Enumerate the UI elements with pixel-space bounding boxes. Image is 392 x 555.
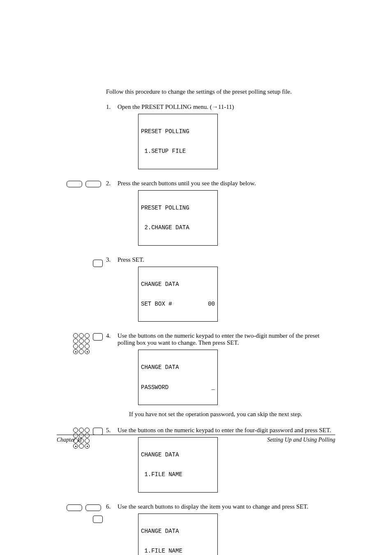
- step-number: 2.: [106, 180, 118, 187]
- lcd-line: CHANGE DATA: [141, 364, 215, 371]
- set-button-icon: [93, 516, 103, 523]
- lcd-line: PRESET POLLING: [141, 128, 215, 135]
- step-3: 3. Press SET. CHANGE DATA SET BOX # 00: [57, 256, 335, 328]
- step-4: 4. Use the buttons on the numeric keypad…: [57, 332, 335, 422]
- step-1: 1. Open the PRESET POLLING menu. (→11-11…: [57, 104, 335, 175]
- lcd-display: CHANGE DATA 1.FILE NAME: [138, 437, 218, 493]
- lcd-display: PRESET POLLING 2.CHANGE DATA: [138, 190, 218, 246]
- lcd-line-left: PASSWORD: [141, 384, 168, 391]
- footer-left: Chapter 11: [57, 437, 82, 443]
- step-number: 4.: [106, 332, 118, 339]
- lcd-line: PRESET POLLING: [141, 205, 215, 211]
- intro-text: Follow this procedure to change the sett…: [106, 88, 335, 95]
- step-2: 2. Press the search buttons until you se…: [57, 180, 335, 251]
- step-number: 5.: [106, 427, 118, 434]
- step-text: Press the search buttons until you see t…: [118, 180, 256, 187]
- lcd-line: 2.CHANGE DATA: [141, 224, 215, 231]
- lcd-line: 1.SETUP FILE: [141, 148, 215, 154]
- step-number: 1.: [106, 104, 118, 111]
- step-text: Open the PRESET POLLING menu. (→11-11): [118, 104, 234, 110]
- set-button-icon: [93, 333, 103, 341]
- lcd-line: 1.FILE NAME: [141, 471, 215, 478]
- step-text: Press SET.: [118, 256, 144, 263]
- search-button-icon: [85, 181, 101, 187]
- numeric-keypad-icon: [73, 333, 90, 355]
- lcd-display: CHANGE DATA PASSWORD _: [138, 350, 218, 405]
- search-button-icon: [67, 504, 82, 511]
- page-footer: Chapter 11 Setting Up and Using Polling: [57, 435, 335, 443]
- lcd-line: CHANGE DATA: [141, 451, 215, 458]
- lcd-display: CHANGE DATA 1.FILE NAME: [138, 514, 218, 555]
- set-button-icon: [93, 260, 103, 267]
- search-button-icon: [67, 181, 82, 187]
- lcd-display: PRESET POLLING 1.SETUP FILE: [138, 114, 218, 169]
- step-text: Use the buttons on the numeric keypad to…: [118, 332, 320, 346]
- lcd-line: CHANGE DATA: [141, 528, 215, 534]
- lcd-line-right: 00: [208, 301, 215, 307]
- search-button-icon: [85, 504, 101, 511]
- lcd-line-right: _: [212, 384, 215, 391]
- step-number: 3.: [106, 256, 118, 263]
- lcd-line: CHANGE DATA: [141, 281, 215, 288]
- lcd-display: CHANGE DATA SET BOX # 00: [138, 267, 218, 322]
- step-note: If you have not set the operation passwo…: [129, 411, 335, 418]
- set-button-icon: [93, 428, 103, 435]
- step-6: 6. Use the search buttons to display the…: [57, 503, 335, 555]
- lcd-line-left: SET BOX #: [141, 301, 172, 307]
- lcd-line: 1.FILE NAME: [141, 548, 215, 554]
- step-text: Use the search buttons to display the it…: [118, 503, 308, 510]
- step-number: 6.: [106, 503, 118, 510]
- footer-right: Setting Up and Using Polling: [267, 437, 335, 443]
- step-text: Use the buttons on the numeric keypad to…: [118, 427, 331, 433]
